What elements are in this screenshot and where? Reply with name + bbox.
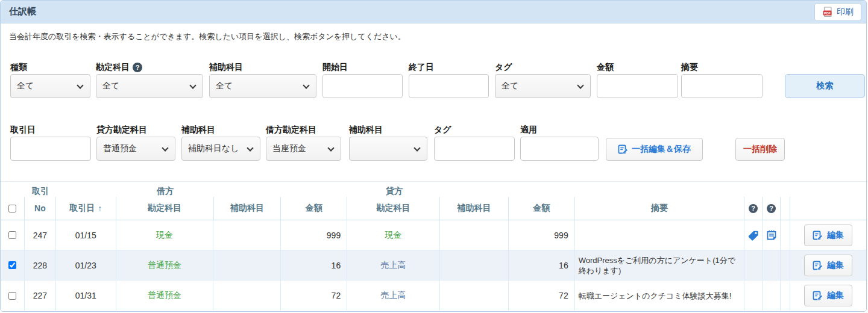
debit-sub-label: 補助科目	[349, 123, 427, 137]
debit-amount-cell: 72	[281, 280, 347, 311]
bulk-tag-input[interactable]	[434, 137, 515, 161]
chevron-down-icon	[247, 144, 253, 151]
kind-label: 種類	[10, 61, 90, 74]
credit-sub-select[interactable]: 補助科目なし	[181, 137, 260, 161]
bulk-tag-label: タグ	[434, 123, 515, 137]
help-icon[interactable]: ?	[767, 204, 776, 213]
edit-button-label: 編集	[827, 230, 844, 241]
sort-asc-icon[interactable]: ↑	[98, 203, 102, 213]
debit-sub-select[interactable]	[349, 137, 427, 161]
filter-amount: 金額	[597, 61, 678, 98]
kind-select[interactable]: 全て	[10, 74, 90, 98]
row-checkbox[interactable]	[8, 261, 16, 269]
filter-start-date: 開始日	[322, 61, 403, 98]
svg-text:PDF: PDF	[824, 11, 831, 14]
chevron-down-icon	[327, 144, 334, 151]
page-description: 当会計年度の取引を検索・表示することができます。検索したい項目を選択し、検索ボタ…	[9, 31, 858, 43]
edit-button[interactable]: 編集	[804, 225, 852, 246]
header-summary: 摘要	[575, 197, 745, 220]
table-header: No 取引日↑ 勘定科目 補助科目 金額 勘定科目 補助科目 金額 摘要 ? ?	[1, 197, 866, 220]
end-date-label: 終了日	[409, 61, 489, 74]
edit-button[interactable]: 編集	[804, 285, 852, 306]
credit-account-link[interactable]: 売上高	[381, 290, 406, 301]
credit-sub-cell	[440, 280, 509, 311]
row-checkbox[interactable]	[8, 231, 16, 239]
debit-account-link[interactable]: 普通預金	[148, 260, 181, 271]
row-no: 228	[25, 250, 56, 280]
bulk-debit-account: 借方勘定科目 当座預金	[266, 123, 341, 161]
help-icon[interactable]: ?	[749, 204, 758, 213]
start-date-label: 開始日	[322, 61, 403, 74]
debit-account-link[interactable]: 普通預金	[148, 290, 181, 301]
bulk-credit-account: 貸方勘定科目 普通預金	[96, 123, 175, 161]
edit-icon	[813, 290, 823, 301]
row-date: 01/31	[56, 280, 116, 311]
amount-label: 金額	[597, 61, 678, 74]
header-credit-account: 勘定科目	[347, 197, 440, 220]
bulk-delete-button[interactable]: 一括削除	[735, 138, 785, 161]
filter-tag: タグ 全て	[495, 61, 591, 98]
bulk-edit-save-label: 一括編集＆保存	[632, 144, 691, 155]
row-no: 227	[25, 280, 56, 311]
print-button[interactable]: PDF 印刷	[814, 3, 861, 21]
credit-account-link[interactable]: 売上高	[381, 260, 406, 271]
journal-table: 取引 借方 貸方 No 取引日↑ 勘定科目 補助科目 金額 勘定科目 補助科目 …	[1, 181, 866, 311]
tag-icon[interactable]	[747, 229, 760, 241]
search-button[interactable]: 検索	[785, 74, 865, 98]
edit-icon	[813, 260, 823, 271]
account-label: 勘定科目	[96, 62, 130, 73]
credit-sub-cell	[440, 220, 509, 250]
table-row: 247 01/15 現金 999 現金 999	[1, 220, 866, 250]
debit-sub-cell	[213, 250, 281, 280]
edit-icon	[813, 230, 823, 241]
tag-select[interactable]: 全て	[495, 74, 591, 98]
edit-button-label: 編集	[827, 290, 844, 301]
bulk-credit-sub: 補助科目 補助科目なし	[181, 123, 260, 161]
bulk-date: 取引日	[10, 123, 91, 161]
filter-summary: 摘要	[681, 61, 763, 98]
summary-input[interactable]	[681, 74, 763, 98]
header-group-credit: 貸方	[348, 186, 441, 197]
summary-cell: WordPressをご利用の方にアンケート(1分で終わります)	[575, 250, 745, 280]
header-debit-account: 勘定科目	[116, 197, 214, 220]
amount-input[interactable]	[597, 74, 678, 98]
pdf-icon: PDF	[822, 7, 833, 17]
chevron-down-icon	[577, 82, 583, 88]
edit-button[interactable]: 編集	[804, 255, 852, 276]
select-all-checkbox[interactable]	[8, 205, 16, 212]
subaccount-select[interactable]: 全て	[209, 74, 316, 98]
credit-account-select[interactable]: 普通預金	[96, 137, 175, 161]
start-date-input[interactable]	[322, 74, 403, 98]
tag-label: タグ	[495, 61, 591, 74]
debit-account-select[interactable]: 当座預金	[266, 137, 341, 161]
chevron-down-icon	[162, 144, 168, 151]
bulk-apply-input[interactable]	[520, 137, 599, 161]
debit-account-label: 借方勘定科目	[266, 123, 341, 137]
account-select[interactable]: 全て	[96, 74, 203, 98]
tag-select-value: 全て	[502, 81, 518, 91]
note-icon[interactable]	[766, 229, 778, 241]
header-date[interactable]: 取引日↑	[56, 197, 116, 220]
help-icon[interactable]: ?	[133, 63, 142, 72]
end-date-input[interactable]	[409, 74, 489, 98]
row-checkbox[interactable]	[8, 292, 16, 300]
filter-kind: 種類 全て	[10, 61, 90, 98]
table-row: 228 01/23 普通預金 16 売上高 16 WordPressをご利用の方…	[1, 250, 866, 280]
debit-account-link[interactable]: 現金	[156, 230, 173, 241]
bulk-edit-save-button[interactable]: 一括編集＆保存	[606, 138, 703, 161]
edit-button-label: 編集	[827, 260, 844, 271]
account-select-value: 全て	[102, 81, 119, 91]
bulk-date-input[interactable]	[10, 137, 91, 161]
header-no: No	[25, 197, 56, 220]
print-button-label: 印刷	[837, 7, 854, 17]
header-credit-sub: 補助科目	[440, 197, 509, 220]
debit-sub-cell	[213, 220, 281, 250]
filter-end-date: 終了日	[409, 61, 489, 98]
header-group-no: 取引	[25, 186, 56, 197]
kind-select-value: 全て	[17, 81, 34, 91]
subaccount-select-value: 全て	[216, 81, 233, 91]
credit-account-link[interactable]: 現金	[385, 230, 402, 241]
bulk-apply-label: 適用	[520, 123, 599, 137]
chevron-down-icon	[189, 82, 196, 88]
table-row: 227 01/31 普通預金 72 売上高 72 転職エージェントのクチコミ体験…	[1, 280, 866, 311]
